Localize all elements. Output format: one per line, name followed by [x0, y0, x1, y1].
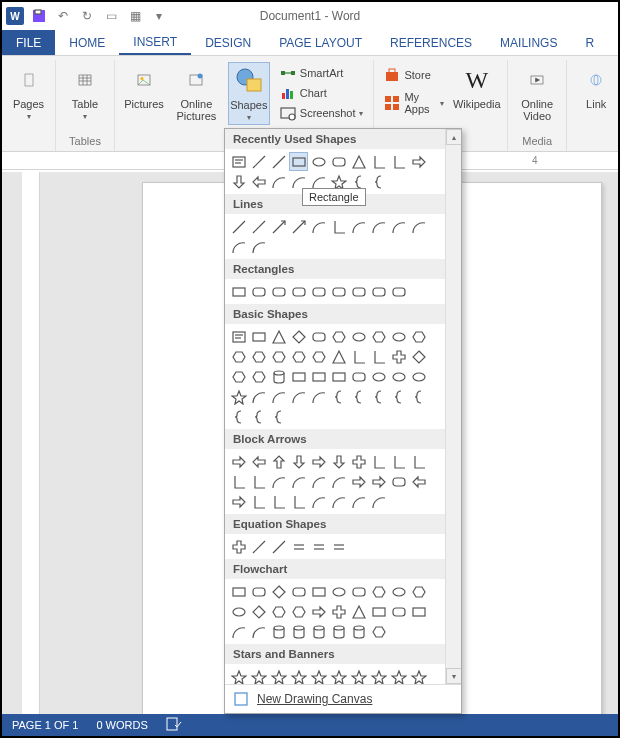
shape-item[interactable]	[249, 582, 268, 601]
shape-item-rectangle[interactable]	[289, 152, 308, 171]
shape-item[interactable]	[369, 667, 388, 684]
shape-item[interactable]	[289, 667, 308, 684]
screenshot-button[interactable]: Screenshot▾	[278, 104, 366, 122]
shape-item[interactable]	[349, 492, 368, 511]
shape-item[interactable]	[269, 452, 288, 471]
shape-item[interactable]	[229, 367, 248, 386]
scroll-down-icon[interactable]: ▾	[446, 668, 461, 684]
shape-item[interactable]	[249, 452, 268, 471]
shape-item[interactable]	[369, 217, 388, 236]
shape-item[interactable]	[389, 367, 408, 386]
shape-item[interactable]	[369, 602, 388, 621]
shape-item[interactable]	[309, 472, 328, 491]
shape-item[interactable]	[409, 367, 428, 386]
shape-item[interactable]	[229, 387, 248, 406]
shape-item[interactable]	[249, 492, 268, 511]
shape-item[interactable]	[249, 472, 268, 491]
shape-item[interactable]	[369, 622, 388, 641]
shape-item[interactable]	[349, 347, 368, 366]
scrollbar[interactable]: ▴ ▾	[445, 129, 461, 684]
shape-item[interactable]	[409, 452, 428, 471]
store-button[interactable]: Store	[382, 66, 446, 84]
shape-item[interactable]	[409, 152, 428, 171]
redo-icon[interactable]: ↻	[76, 5, 98, 27]
shape-item[interactable]	[389, 282, 408, 301]
shape-item[interactable]	[289, 582, 308, 601]
shape-item[interactable]	[289, 217, 308, 236]
shape-item[interactable]	[409, 667, 428, 684]
shape-item[interactable]	[269, 622, 288, 641]
shape-item[interactable]	[329, 282, 348, 301]
shape-item[interactable]	[309, 282, 328, 301]
shape-item[interactable]	[269, 367, 288, 386]
shape-item[interactable]	[349, 472, 368, 491]
shape-item[interactable]	[229, 582, 248, 601]
shape-item[interactable]	[329, 472, 348, 491]
shape-item[interactable]	[389, 667, 408, 684]
shape-item[interactable]	[389, 152, 408, 171]
shape-item[interactable]	[289, 282, 308, 301]
shape-item[interactable]	[249, 237, 268, 256]
shape-item[interactable]	[229, 347, 248, 366]
vertical-ruler[interactable]	[22, 172, 40, 714]
shape-item[interactable]	[289, 387, 308, 406]
pages-button[interactable]: Pages ▾	[8, 62, 50, 123]
shape-item[interactable]	[249, 407, 268, 426]
tab-insert[interactable]: INSERT	[119, 30, 191, 55]
wikipedia-button[interactable]: W Wikipedia	[454, 62, 499, 112]
shape-item[interactable]	[289, 492, 308, 511]
shape-item[interactable]	[269, 172, 288, 191]
shape-item[interactable]	[309, 537, 328, 556]
shape-item[interactable]	[269, 602, 288, 621]
shape-item[interactable]	[229, 172, 248, 191]
shape-item[interactable]	[329, 622, 348, 641]
tab-file[interactable]: FILE	[2, 30, 55, 55]
shape-item[interactable]	[229, 217, 248, 236]
scroll-up-icon[interactable]: ▴	[446, 129, 461, 145]
shape-item[interactable]	[369, 452, 388, 471]
tab-design[interactable]: DESIGN	[191, 30, 265, 55]
shape-item[interactable]	[249, 172, 268, 191]
shape-item[interactable]	[349, 217, 368, 236]
pictures-button[interactable]: Pictures	[123, 62, 165, 112]
shape-item[interactable]	[329, 367, 348, 386]
qat-icon[interactable]: ▦	[124, 5, 146, 27]
shape-item[interactable]	[409, 602, 428, 621]
shape-item[interactable]	[309, 217, 328, 236]
tab-mailings[interactable]: MAILINGS	[486, 30, 571, 55]
shape-item[interactable]	[309, 602, 328, 621]
shape-item[interactable]	[249, 602, 268, 621]
undo-icon[interactable]: ↶	[52, 5, 74, 27]
shape-item[interactable]	[389, 217, 408, 236]
shape-item[interactable]	[369, 282, 388, 301]
shape-item[interactable]	[309, 347, 328, 366]
tab-references[interactable]: REFERENCES	[376, 30, 486, 55]
shape-item[interactable]	[229, 152, 248, 171]
shape-item[interactable]	[309, 492, 328, 511]
shape-item[interactable]	[329, 602, 348, 621]
online-video-button[interactable]: Online Video	[516, 62, 558, 124]
shape-item[interactable]	[349, 667, 368, 684]
shape-item[interactable]	[249, 347, 268, 366]
tab-review[interactable]: R	[571, 30, 608, 55]
shape-item[interactable]	[349, 622, 368, 641]
shape-item[interactable]	[289, 602, 308, 621]
shape-item[interactable]	[409, 472, 428, 491]
shape-item[interactable]	[289, 622, 308, 641]
shape-item[interactable]	[369, 492, 388, 511]
page-info[interactable]: PAGE 1 OF 1	[12, 719, 78, 731]
shape-item[interactable]	[269, 582, 288, 601]
shape-item[interactable]	[369, 582, 388, 601]
shape-item[interactable]	[289, 452, 308, 471]
shape-item[interactable]	[229, 667, 248, 684]
tab-home[interactable]: HOME	[55, 30, 119, 55]
smartart-button[interactable]: SmartArt	[278, 64, 366, 82]
link-button[interactable]: Link	[575, 62, 617, 112]
shape-item[interactable]	[389, 582, 408, 601]
shape-item[interactable]	[389, 387, 408, 406]
shape-item[interactable]	[389, 602, 408, 621]
shape-item[interactable]	[309, 152, 328, 171]
shape-item[interactable]	[289, 347, 308, 366]
online-pictures-button[interactable]: Online Pictures	[173, 62, 220, 124]
shape-item[interactable]	[369, 367, 388, 386]
